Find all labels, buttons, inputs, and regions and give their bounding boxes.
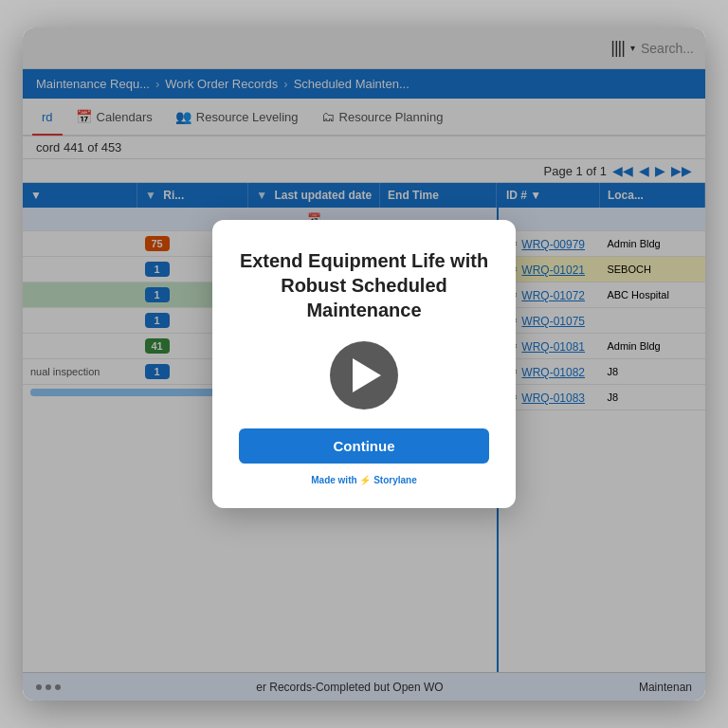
- modal-title: Extend Equipment Life with Robust Schedu…: [239, 248, 489, 322]
- modal-overlay: Extend Equipment Life with Robust Schedu…: [23, 27, 705, 701]
- made-with-label: Made with: [311, 475, 356, 485]
- modal-title-line3: Maintenance: [306, 300, 421, 320]
- app-window: |||| ▾ Search... Maintenance Requ... › W…: [23, 27, 705, 701]
- play-triangle-icon: [353, 358, 381, 392]
- play-button[interactable]: [330, 341, 398, 410]
- modal-title-line1: Extend Equipment Life with: [240, 250, 488, 271]
- modal-box: Extend Equipment Life with Robust Schedu…: [212, 220, 516, 508]
- continue-button[interactable]: Continue: [239, 428, 489, 464]
- made-with-text: Made with ⚡ Storylane: [239, 475, 489, 485]
- storylane-brand: ⚡ Storylane: [359, 475, 416, 485]
- play-button-container: [239, 341, 489, 410]
- modal-title-line2: Robust Scheduled: [281, 275, 447, 296]
